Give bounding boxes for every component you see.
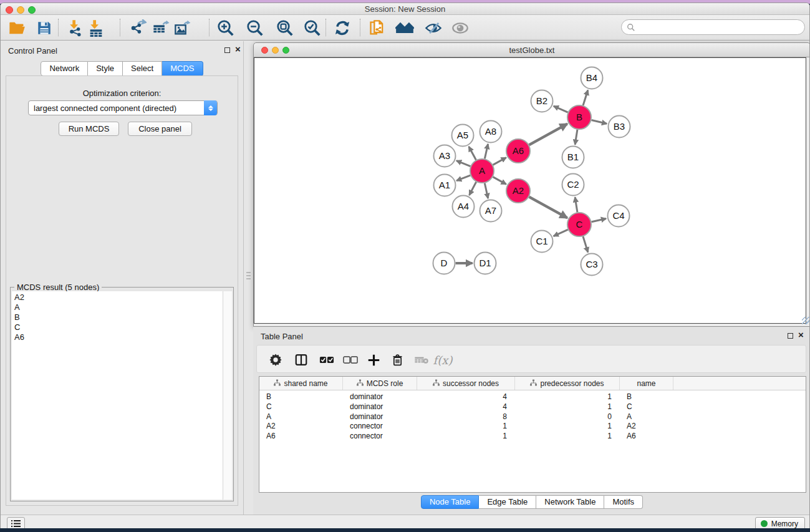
search-input[interactable] bbox=[621, 19, 805, 35]
node-A[interactable]: A bbox=[470, 159, 494, 183]
float-panel-icon[interactable] bbox=[788, 333, 793, 339]
export-network-icon[interactable] bbox=[128, 18, 148, 38]
node-B1[interactable]: B1 bbox=[562, 147, 584, 168]
node-A6[interactable]: A6 bbox=[506, 139, 530, 163]
edge-A-A5[interactable] bbox=[469, 147, 476, 160]
edge-C-C1[interactable] bbox=[554, 230, 568, 236]
export-image-icon[interactable] bbox=[173, 18, 193, 38]
tab-network[interactable]: Network bbox=[41, 61, 88, 76]
node-C2[interactable]: C2 bbox=[562, 174, 584, 196]
unselect-all-icon[interactable] bbox=[341, 351, 360, 369]
table-row[interactable]: A2connector11A2 bbox=[259, 421, 806, 431]
float-panel-icon[interactable] bbox=[224, 47, 230, 53]
delete-table-icon[interactable] bbox=[412, 351, 431, 369]
panel-splitter[interactable] bbox=[244, 41, 253, 515]
edge-A-A3[interactable] bbox=[456, 161, 470, 167]
table-row[interactable]: Bdominator41B bbox=[259, 392, 806, 402]
edge-C-C3[interactable] bbox=[583, 236, 588, 252]
edge-A-A4[interactable] bbox=[470, 182, 476, 195]
node-A1[interactable]: A1 bbox=[434, 175, 456, 196]
node-C4[interactable]: C4 bbox=[608, 205, 630, 227]
edge-B-B3[interactable] bbox=[591, 120, 607, 124]
tab-mcds[interactable]: MCDS bbox=[162, 61, 203, 76]
clone-network-icon[interactable] bbox=[367, 18, 387, 38]
delete-column-icon[interactable] bbox=[388, 351, 407, 369]
node-A8[interactable]: A8 bbox=[480, 121, 502, 143]
column-header-predecessor-nodes[interactable]: predecessor nodes bbox=[515, 377, 620, 390]
node-A5[interactable]: A5 bbox=[452, 125, 474, 147]
settings-gear-icon[interactable] bbox=[266, 351, 285, 369]
close-panel-button[interactable]: Close panel bbox=[128, 122, 192, 136]
edge-C-C2[interactable] bbox=[575, 197, 577, 212]
zoom-out-icon[interactable] bbox=[245, 18, 265, 38]
column-header-name[interactable]: name bbox=[620, 377, 673, 390]
select-all-icon[interactable] bbox=[317, 351, 336, 369]
export-table-icon[interactable] bbox=[151, 18, 171, 38]
tab-select[interactable]: Select bbox=[123, 61, 162, 76]
result-item[interactable]: A bbox=[14, 302, 223, 312]
edge-A-A6[interactable] bbox=[493, 158, 506, 165]
result-item[interactable]: A2 bbox=[14, 293, 223, 302]
edge-B-B2[interactable] bbox=[554, 106, 568, 112]
edge-B-B4[interactable] bbox=[583, 90, 588, 105]
window-resize-grip[interactable] bbox=[802, 317, 809, 324]
zoom-selected-icon[interactable] bbox=[302, 18, 322, 38]
home-networks-icon[interactable] bbox=[395, 18, 415, 38]
node-C[interactable]: C bbox=[567, 213, 591, 236]
column-header-MCDS-role[interactable]: MCDS role bbox=[343, 377, 417, 390]
tab-motifs[interactable]: Motifs bbox=[604, 495, 643, 509]
edge-C-C4[interactable] bbox=[592, 218, 606, 221]
node-B3[interactable]: B3 bbox=[609, 116, 630, 138]
edge-A-A1[interactable] bbox=[456, 175, 470, 181]
edge-A-A2[interactable] bbox=[493, 177, 506, 185]
node-D1[interactable]: D1 bbox=[475, 253, 496, 274]
optimization-criterion-select[interactable]: largest connected component (directed) bbox=[28, 100, 218, 115]
network-window-titlebar[interactable]: testGlobe.txt bbox=[254, 43, 810, 57]
edge-A6-B[interactable] bbox=[529, 124, 567, 145]
task-history-button[interactable] bbox=[7, 517, 25, 528]
open-file-icon[interactable] bbox=[7, 18, 27, 38]
tab-edge-table[interactable]: Edge Table bbox=[479, 495, 536, 509]
function-builder-icon[interactable]: f(x) bbox=[433, 351, 452, 369]
show-graphics-icon[interactable] bbox=[450, 18, 470, 38]
node-D[interactable]: D bbox=[433, 253, 455, 274]
run-mcds-button[interactable]: Run MCDS bbox=[59, 122, 119, 136]
table-row[interactable]: Cdominator41C bbox=[259, 402, 806, 412]
network-canvas[interactable]: B4B2BB3A5A8A6B1A3AC2A1A2A4A7CC4C1C3DD1 bbox=[254, 57, 806, 324]
column-header-successor-nodes[interactable]: successor nodes bbox=[417, 377, 515, 390]
node-B4[interactable]: B4 bbox=[581, 67, 603, 89]
node-C3[interactable]: C3 bbox=[581, 254, 603, 276]
edge-B-B1[interactable] bbox=[575, 130, 577, 145]
tab-node-table[interactable]: Node Table bbox=[421, 495, 480, 509]
node-A3[interactable]: A3 bbox=[434, 145, 456, 167]
node-A4[interactable]: A4 bbox=[453, 196, 475, 218]
column-header-shared-name[interactable]: shared name bbox=[259, 377, 343, 390]
zoom-in-icon[interactable] bbox=[216, 18, 236, 38]
add-column-icon[interactable] bbox=[364, 351, 383, 369]
close-panel-icon[interactable]: × bbox=[798, 329, 804, 341]
node-A7[interactable]: A7 bbox=[480, 200, 502, 222]
table-row[interactable]: Adominator80A bbox=[259, 412, 806, 422]
tab-style[interactable]: Style bbox=[88, 61, 123, 76]
node-C1[interactable]: C1 bbox=[531, 231, 553, 253]
import-table-icon[interactable] bbox=[86, 18, 106, 38]
node-A2[interactable]: A2 bbox=[506, 179, 530, 203]
memory-button[interactable]: Memory bbox=[755, 517, 805, 528]
result-item[interactable]: B bbox=[14, 312, 223, 322]
refresh-icon[interactable] bbox=[332, 18, 352, 38]
columns-icon[interactable] bbox=[292, 351, 311, 369]
close-panel-icon[interactable]: × bbox=[235, 44, 241, 55]
edge-A-A8[interactable] bbox=[485, 144, 488, 158]
result-item[interactable]: C bbox=[14, 322, 223, 332]
result-scrollbar[interactable] bbox=[223, 291, 232, 500]
edge-A-A7[interactable] bbox=[485, 183, 488, 198]
node-B[interactable]: B bbox=[567, 105, 591, 129]
import-network-icon[interactable] bbox=[65, 18, 85, 38]
table-row[interactable]: A6connector11A6 bbox=[259, 431, 806, 441]
result-item[interactable]: A6 bbox=[14, 332, 223, 342]
zoom-fit-icon[interactable] bbox=[275, 18, 295, 38]
save-session-icon[interactable] bbox=[34, 18, 54, 38]
edge-A2-C[interactable] bbox=[529, 197, 567, 218]
mcds-result-list[interactable]: A2ABCA6 bbox=[12, 291, 223, 500]
hide-style-icon[interactable] bbox=[423, 18, 443, 38]
